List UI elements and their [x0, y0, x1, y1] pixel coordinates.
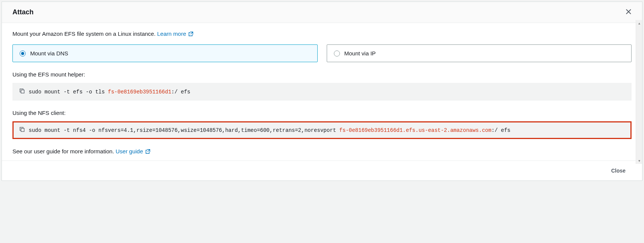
attach-modal: ch Attach Mount your Amazon EFS file sys… — [2, 2, 642, 181]
efs-helper-command: sudo mount -t efs -o tls fs-0e8169eb3951… — [12, 83, 632, 101]
modal-title: Attach — [12, 8, 34, 16]
radio-dot-icon — [20, 50, 26, 57]
efs-helper-label: Using the EFS mount helper: — [12, 71, 632, 78]
scrollbar[interactable]: ▴ ▾ — [636, 20, 642, 164]
user-guide-link[interactable]: User guide — [115, 148, 151, 154]
cmd-suffix: :/ efs — [492, 127, 510, 133]
cmd-prefix: sudo mount -t nfs4 -o nfsvers=4.1,rsize=… — [29, 127, 339, 133]
footer-prefix: See our user guide for more information. — [12, 148, 115, 154]
fs-id: fs-0e8169eb3951166d1 — [108, 89, 171, 95]
external-link-icon — [188, 31, 194, 37]
intro-prefix: Mount your Amazon EFS file system on a L… — [12, 31, 157, 37]
user-guide-label: User guide — [115, 148, 143, 154]
intro-text: Mount your Amazon EFS file system on a L… — [12, 31, 632, 37]
svg-rect-3 — [21, 128, 24, 131]
scroll-down-arrow-icon[interactable]: ▾ — [636, 157, 642, 164]
radio-dns-label: Mount via DNS — [30, 50, 68, 57]
modal-header: Attach — [2, 2, 642, 23]
code-text: sudo mount -t nfs4 -o nfsvers=4.1,rsize=… — [29, 127, 510, 133]
scroll-up-arrow-icon[interactable]: ▴ — [636, 20, 642, 26]
learn-more-label: Learn more — [157, 31, 186, 37]
close-button[interactable]: Close — [604, 165, 633, 177]
close-icon[interactable] — [622, 6, 635, 18]
radio-mount-via-dns[interactable]: Mount via DNS — [12, 44, 318, 62]
user-guide-text: See our user guide for more information.… — [12, 148, 632, 154]
copy-icon[interactable] — [19, 88, 25, 95]
svg-rect-1 — [21, 90, 24, 93]
nfs-host: fs-0e8169eb3951166d1.efs.us-east-2.amazo… — [339, 127, 491, 133]
copy-icon[interactable] — [19, 127, 25, 134]
radio-ip-label: Mount via IP — [344, 50, 376, 57]
nfs-client-command: sudo mount -t nfs4 -o nfsvers=4.1,rsize=… — [12, 121, 632, 139]
mount-method-radio-group: Mount via DNS Mount via IP — [12, 44, 632, 62]
external-link-icon — [145, 149, 151, 154]
radio-dot-icon — [334, 50, 340, 57]
cmd-prefix: sudo mount -t efs -o tls — [29, 89, 108, 95]
code-text: sudo mount -t efs -o tls fs-0e8169eb3951… — [29, 89, 191, 95]
learn-more-link[interactable]: Learn more — [157, 31, 194, 37]
modal-footer: Close — [2, 160, 642, 180]
radio-mount-via-ip[interactable]: Mount via IP — [327, 44, 632, 62]
cmd-suffix: :/ efs — [171, 89, 190, 95]
nfs-client-label: Using the NFS client: — [12, 110, 632, 116]
modal-body: Mount your Amazon EFS file system on a L… — [2, 23, 642, 160]
